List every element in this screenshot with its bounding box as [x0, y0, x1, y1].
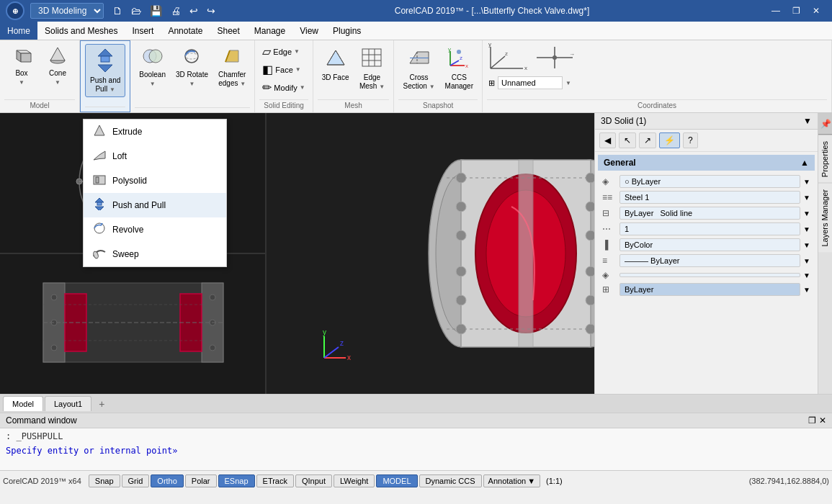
close-button[interactable]: ✕ — [806, 0, 826, 22]
ccs-manager-button[interactable]: x y z CCSManager — [441, 43, 478, 94]
polysolid-menu-item[interactable]: Polysolid — [84, 168, 226, 193]
color-dropdown-icon[interactable]: ▼ — [803, 241, 810, 249]
face-button[interactable]: ◧ Face ▼ — [259, 61, 308, 78]
open-icon[interactable]: 🗁 — [128, 4, 144, 18]
properties-help-button[interactable]: ? — [683, 132, 698, 148]
linetype-value[interactable]: ByLayer Solid line — [619, 207, 800, 220]
cone-button[interactable]: Cone▼ — [40, 43, 75, 89]
layer-dropdown-icon[interactable]: ▼ — [803, 178, 810, 186]
extrude-menu-item[interactable]: Extrude — [84, 120, 226, 144]
material-value[interactable]: Steel 1 — [619, 191, 800, 204]
general-header: General ▲ — [598, 155, 815, 171]
select-arrow2-button[interactable]: ↗ — [639, 132, 656, 148]
maximize-button[interactable]: ❐ — [786, 0, 806, 22]
scale-value[interactable]: 1 — [619, 222, 800, 235]
viewport-bottom-left[interactable] — [0, 254, 265, 394]
qinput-button[interactable]: QInput — [295, 474, 332, 487]
menu-view[interactable]: View — [292, 22, 326, 40]
prop-row-scale: ⋯ 1 ▼ — [598, 221, 815, 237]
push-pull-button[interactable]: Push andPull ▼ — [85, 44, 125, 97]
lweight-button[interactable]: LWeight — [334, 474, 375, 487]
menu-solids-meshes[interactable]: Solids and Meshes — [37, 22, 125, 40]
mode-dropdown[interactable]: 3D Modeling — [30, 3, 104, 19]
model-button[interactable]: MODEL — [376, 474, 417, 487]
layer-value[interactable]: ○ ByLayer — [619, 175, 800, 188]
add-tab-button[interactable]: + — [93, 397, 110, 411]
menu-manage[interactable]: Manage — [247, 22, 292, 40]
sweep-menu-item[interactable]: Sweep — [84, 242, 226, 266]
svg-point-79 — [210, 294, 215, 300]
properties-active-button[interactable]: ⚡ — [659, 132, 680, 148]
3d-face-label: 3D Face — [322, 73, 349, 82]
chamfer-edges-button[interactable]: Chamferedges ▼ — [214, 43, 250, 91]
plot-layer-value[interactable]: ByLayer — [619, 283, 800, 296]
3d-face-button[interactable]: 3D Face — [318, 43, 354, 85]
chamfer-edges-icon — [221, 46, 243, 69]
linetype-dropdown-icon[interactable]: ▼ — [803, 210, 810, 217]
snap-button[interactable]: Snap — [89, 474, 120, 487]
new-icon[interactable]: 🗋 — [109, 4, 125, 18]
ribbon-group-push-pull: Push andPull ▼ — [80, 40, 130, 112]
menu-bar: Home Solids and Meshes Insert Annotate S… — [0, 22, 832, 40]
menu-sheet[interactable]: Sheet — [210, 22, 246, 40]
polar-button[interactable]: Polar — [185, 474, 217, 487]
etrack-button[interactable]: ETrack — [256, 474, 294, 487]
model-tab[interactable]: Model — [3, 396, 43, 411]
material-dropdown-icon[interactable]: ▼ — [803, 194, 810, 202]
menu-annotate[interactable]: Annotate — [161, 22, 210, 40]
revolve-menu-item[interactable]: Revolve — [84, 217, 226, 242]
ortho-button[interactable]: Ortho — [151, 474, 184, 487]
esnap-button[interactable]: ESnap — [218, 474, 255, 487]
grid-button[interactable]: Grid — [122, 474, 150, 487]
save-icon[interactable]: 💾 — [147, 4, 165, 18]
3d-rotate-button[interactable]: 3D Rotate▼ — [171, 43, 213, 91]
loft-menu-item[interactable]: Loft — [84, 144, 226, 168]
properties-collapse[interactable]: ▼ — [803, 116, 812, 126]
redo-icon[interactable]: ↪ — [204, 4, 218, 18]
ccs-dropdown-arrow[interactable]: ▼ — [565, 80, 571, 86]
annotation-dropdown[interactable]: Annotation ▼ — [483, 474, 541, 487]
ribbon-group-solid-editing: ▱ Edge ▼ ◧ Face ▼ ✏ Modify ▼ — [255, 40, 313, 112]
layers-manager-tab[interactable]: Layers Manager — [818, 183, 832, 253]
command-window-title: Command window — [6, 415, 77, 426]
plot-layer-dropdown-icon[interactable]: ▼ — [803, 286, 810, 294]
command-line2[interactable]: Specify entity or internal point» — [0, 444, 832, 457]
menu-plugins[interactable]: Plugins — [326, 22, 368, 40]
material-icon: ≡≡ — [602, 192, 617, 202]
transparency-dropdown-icon[interactable]: ▼ — [803, 271, 810, 279]
undo-icon[interactable]: ↩ — [187, 4, 201, 18]
menu-home[interactable]: Home — [0, 22, 37, 40]
boolean-button[interactable]: Boolean▼ — [135, 43, 170, 91]
svg-point-96 — [456, 202, 466, 212]
box-button[interactable]: Box▼ — [4, 43, 39, 89]
edge-button[interactable]: ▱ Edge ▼ — [259, 43, 308, 60]
scale-dropdown-icon[interactable]: ▼ — [803, 225, 810, 233]
print-icon[interactable]: 🖨 — [168, 4, 184, 18]
ccs-name-input[interactable] — [498, 76, 563, 89]
svg-text:z: z — [460, 55, 462, 61]
main-3d-viewport[interactable]: x y z — [267, 113, 594, 394]
edge-mesh-button[interactable]: EdgeMesh ▼ — [354, 43, 389, 94]
lineweight-dropdown-icon[interactable]: ▼ — [803, 257, 810, 265]
pin-button[interactable]: 📌 — [818, 113, 832, 135]
select-back-button[interactable]: ◀ — [599, 132, 616, 148]
lineweight-value[interactable]: ——— ByLayer — [619, 254, 800, 267]
transparency-value[interactable] — [619, 273, 800, 277]
menu-insert[interactable]: Insert — [125, 22, 161, 40]
dynamic-ccs-button[interactable]: Dynamic CCS — [419, 474, 482, 487]
push-pull-menu-item[interactable]: Push and Pull — [84, 193, 226, 217]
layout1-tab[interactable]: Layout1 — [45, 396, 91, 411]
modify-button[interactable]: ✏ Modify ▼ — [259, 79, 308, 96]
select-arrow1-button[interactable]: ↖ — [619, 132, 636, 148]
color-value[interactable]: ByColor — [619, 238, 800, 251]
svg-rect-48 — [97, 202, 102, 205]
command-window: Command window ❐ ✕ : _PUSHPULL Specify e… — [0, 413, 832, 470]
cross-section-button[interactable]: CrossSection ▼ — [398, 43, 439, 94]
command-window-close[interactable]: ✕ — [819, 415, 826, 426]
color-icon: ▐ — [602, 240, 617, 250]
general-collapse-icon[interactable]: ▲ — [800, 158, 809, 168]
properties-tab[interactable]: Properties — [818, 135, 832, 183]
command-window-resize[interactable]: ❐ — [808, 415, 816, 426]
prop-row-layer: ◈ ○ ByLayer ▼ — [598, 174, 815, 189]
minimize-button[interactable]: — — [766, 0, 786, 22]
